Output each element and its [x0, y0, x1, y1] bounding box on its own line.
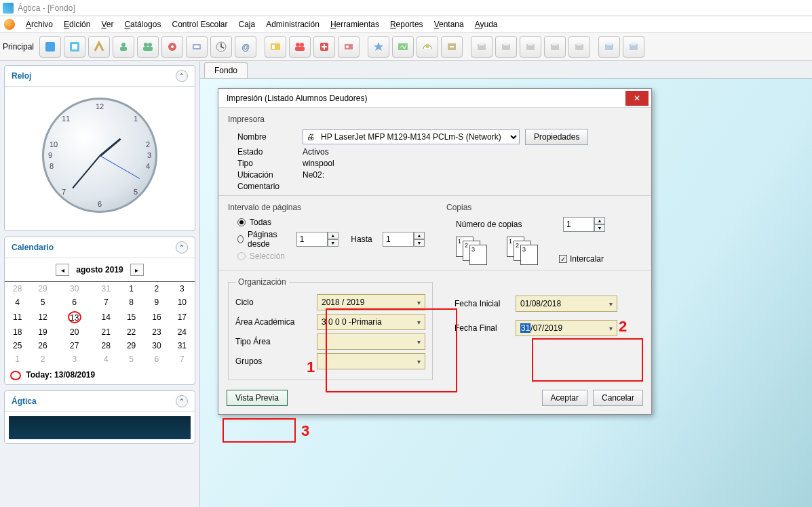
calendar-day[interactable]: 6 [144, 352, 169, 366]
menu-item[interactable]: Ventana [429, 18, 469, 31]
toolbar-button[interactable]: @ [235, 36, 256, 58]
calendar-day[interactable]: 5 [119, 352, 144, 366]
grupos-select[interactable]: ▾ [317, 353, 425, 369]
toolbar-button[interactable] [368, 36, 389, 58]
ciclo-select[interactable]: 2018 / 2019▾ [317, 294, 425, 310]
calendar-day[interactable]: 15 [119, 309, 144, 325]
calendar-day[interactable]: 21 [94, 325, 119, 339]
calendar-day[interactable]: 14 [94, 309, 119, 325]
tipo-area-select[interactable]: ▾ [317, 333, 425, 350]
toolbar-button[interactable] [495, 36, 517, 58]
menu-item[interactable]: Catálogos [119, 18, 166, 31]
printer-properties-button[interactable]: Propiedades [525, 129, 588, 145]
calendar-day[interactable]: 18 [5, 325, 30, 339]
close-icon[interactable]: ✕ [625, 91, 649, 106]
calendar-day[interactable]: 7 [94, 296, 119, 309]
toolbar-button[interactable] [137, 36, 159, 58]
calendar-day[interactable]: 20 [56, 325, 94, 339]
menu-item[interactable]: Control Escolar [166, 18, 233, 31]
spinner-down-icon[interactable]: ▼ [414, 239, 425, 247]
calendar-prev-button[interactable]: ◂ [56, 264, 69, 276]
calendar-day[interactable]: 23 [144, 325, 169, 339]
calendar-day[interactable]: 31 [170, 339, 195, 352]
calendar-day[interactable]: 30 [56, 282, 94, 296]
cancelar-button[interactable]: Cancelar [593, 390, 643, 406]
calendar-day[interactable]: 24 [170, 325, 195, 339]
calendar-day[interactable]: 28 [94, 339, 119, 352]
menu-item[interactable]: Herramientas [325, 18, 385, 31]
toolbar-button[interactable] [313, 36, 335, 58]
calendar-day[interactable]: 12 [30, 309, 55, 325]
calendar-day[interactable]: 22 [119, 325, 144, 339]
toolbar-button[interactable] [265, 36, 286, 58]
toolbar-button[interactable] [598, 36, 620, 58]
calendar-day[interactable]: 13 [56, 309, 94, 325]
calendar-day[interactable]: 25 [5, 339, 30, 352]
area-select[interactable]: 3 0 0 0 -Primaria▾ [317, 314, 425, 330]
aceptar-button[interactable]: Aceptar [542, 390, 587, 406]
calendar-day[interactable]: 1 [5, 352, 30, 366]
toolbar-button[interactable] [520, 36, 541, 58]
menu-item[interactable]: Caja [233, 18, 261, 31]
collate-checkbox[interactable]: ✓ [559, 255, 567, 263]
toolbar-button[interactable] [88, 36, 110, 58]
spinner-up-icon[interactable]: ▲ [594, 217, 605, 224]
collapse-icon[interactable]: ⌃ [176, 241, 188, 254]
calendar-day[interactable]: 27 [56, 339, 94, 352]
calendar-day[interactable]: 7 [170, 352, 195, 366]
menu-item[interactable]: Ayuda [469, 18, 503, 31]
calendar-day[interactable]: 9 [144, 296, 169, 309]
toolbar-button[interactable] [186, 36, 208, 58]
toolbar-button[interactable] [392, 36, 414, 58]
printer-select[interactable]: HP LaserJet MFP M129-M134 PCLm-S (Networ… [303, 129, 520, 144]
toolbar-button[interactable] [161, 36, 183, 58]
menu-item[interactable]: Edición [58, 18, 96, 31]
calendar-day[interactable]: 5 [30, 296, 55, 309]
menu-item[interactable]: Reportes [385, 18, 429, 31]
calendar-next-button[interactable]: ▸ [130, 264, 144, 276]
calendar-day[interactable]: 2 [30, 352, 55, 366]
toolbar-button[interactable] [338, 36, 360, 58]
pages-to-input[interactable] [383, 232, 414, 247]
calendar-day[interactable]: 8 [119, 296, 144, 309]
calendar-day[interactable]: 17 [170, 309, 195, 325]
calendar-day[interactable]: 11 [5, 309, 30, 325]
toolbar-button[interactable] [64, 36, 85, 58]
calendar-day[interactable]: 28 [5, 282, 30, 296]
toolbar-button[interactable] [441, 36, 463, 58]
pages-from-input[interactable] [296, 232, 328, 247]
calendar-day[interactable]: 31 [94, 282, 119, 296]
toolbar-button[interactable] [289, 36, 311, 58]
calendar-grid[interactable]: 2829303112345678910111213141516171819202… [5, 279, 195, 366]
calendar-day[interactable]: 3 [170, 282, 195, 296]
menu-item[interactable]: Archivo [20, 18, 58, 31]
calendar-day[interactable]: 16 [144, 309, 169, 325]
collapse-icon[interactable]: ⌃ [176, 395, 188, 407]
toolbar-button[interactable] [417, 36, 438, 58]
toolbar-button[interactable] [210, 36, 232, 58]
calendar-day[interactable]: 10 [170, 296, 195, 309]
calendar-day[interactable]: 4 [5, 296, 30, 309]
copies-input[interactable] [563, 217, 594, 232]
toolbar-button[interactable] [623, 36, 644, 58]
toolbar-button[interactable] [39, 36, 61, 58]
spinner-up-icon[interactable]: ▲ [328, 232, 339, 239]
toolbar-button[interactable] [113, 36, 134, 58]
spinner-down-icon[interactable]: ▼ [328, 239, 339, 247]
calendar-day[interactable]: 6 [56, 296, 94, 309]
toolbar-button[interactable] [471, 36, 492, 58]
calendar-day[interactable]: 2 [144, 282, 169, 296]
toolbar-button[interactable] [568, 36, 590, 58]
radio-all-pages[interactable]: Todas [237, 218, 425, 227]
spinner-up-icon[interactable]: ▲ [414, 232, 425, 239]
calendar-day[interactable]: 26 [30, 339, 55, 352]
fecha-inicial-input[interactable]: 01/08/2018▾ [516, 296, 617, 312]
toolbar-button[interactable] [544, 36, 566, 58]
calendar-day[interactable]: 4 [94, 352, 119, 366]
fecha-final-input[interactable]: 31/07/2019 ▾ [516, 320, 617, 336]
collapse-icon[interactable]: ⌃ [176, 70, 188, 82]
spinner-down-icon[interactable]: ▼ [594, 224, 605, 232]
vista-previa-button[interactable]: Vista Previa [227, 390, 288, 406]
calendar-day[interactable]: 1 [119, 282, 144, 296]
menu-item[interactable]: Ver [96, 18, 119, 31]
